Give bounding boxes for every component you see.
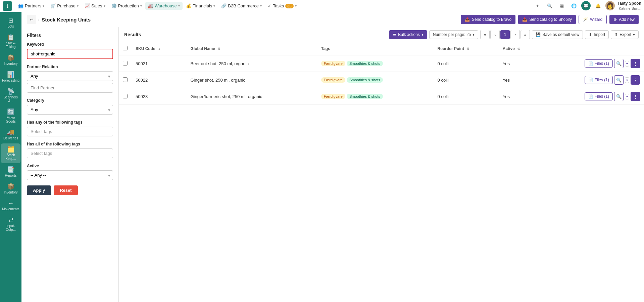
reset-button[interactable]: Reset	[54, 185, 78, 195]
barcode-button[interactable]: ▦	[557, 1, 566, 10]
has-any-tags-input[interactable]: Select tags	[27, 127, 113, 136]
import-icon: ⬇	[589, 32, 592, 37]
apply-button[interactable]: Apply	[27, 185, 51, 195]
filter-actions: Apply Reset	[27, 185, 113, 195]
chevron-down-icon: ▾	[104, 4, 105, 8]
sku-code-column-header[interactable]: SKU Code ▲	[132, 42, 187, 55]
has-all-tags-input[interactable]: Select tags	[27, 148, 113, 158]
row-search-button[interactable]: 🔍	[614, 75, 624, 85]
bulk-actions-button[interactable]: ☰ Bulk actions ▾	[389, 30, 427, 39]
back-button[interactable]: ↩	[27, 15, 36, 24]
keyword-input[interactable]	[27, 49, 113, 59]
row-menu-button[interactable]: ⋮	[631, 75, 640, 85]
row-search-button[interactable]: 🔍	[614, 59, 624, 68]
sidebar-item-forecasting[interactable]: 📊 Forecasting	[1, 69, 20, 85]
find-partner-input[interactable]	[27, 83, 113, 93]
files-button[interactable]: 📄 Files (1)	[585, 92, 613, 100]
menu-icon: ⋮	[633, 78, 638, 83]
chevron-down-icon: ▾	[43, 4, 44, 8]
nav-financials[interactable]: 💰 Financials ▾	[183, 2, 218, 10]
top-navigation: t 👥 Partners ▾ 🛒 Purchase ▾ 📈 Sales ▾ ⚙️…	[0, 0, 644, 12]
search-chevron[interactable]: ▾	[625, 61, 629, 67]
user-name: Tasty Spoon	[617, 1, 641, 6]
search-button[interactable]: 🔍	[545, 1, 554, 10]
files-button[interactable]: 📄 Files (1)	[585, 76, 613, 84]
tags-cell: FærdigvareSmoothies & shots	[317, 88, 434, 105]
financials-icon: 💰	[186, 3, 191, 8]
inventory-icon: 📦	[7, 55, 14, 61]
partner-relation-select[interactable]: Any	[27, 71, 113, 81]
tasks-badge: 36	[285, 4, 293, 8]
sidebar-item-move-goods[interactable]: 🔄 Move Goods	[1, 106, 20, 126]
tag-badge: Smoothies & shots	[347, 77, 383, 83]
nav-partners[interactable]: 👥 Partners ▾	[15, 2, 47, 10]
notifications-button[interactable]: 🔔	[593, 1, 603, 10]
globe-button[interactable]: 🌐	[569, 1, 579, 10]
import-button[interactable]: ⬇ Import	[585, 30, 609, 39]
category-select[interactable]: Any	[27, 105, 113, 115]
nav-purchase[interactable]: 🛒 Purchase ▾	[48, 2, 81, 10]
sidebar-item-lots[interactable]: ⊞ Lots	[1, 15, 20, 31]
stock-keep-icon: 🗂️	[7, 146, 14, 152]
sidebar-item-inventory2[interactable]: 📦 Inventory	[1, 181, 20, 197]
prev-page-button[interactable]: ‹	[490, 30, 500, 39]
menu-icon: ⋮	[633, 61, 638, 66]
sales-icon: 📈	[85, 3, 90, 8]
active-select[interactable]: -- Any -- Yes No	[27, 170, 113, 180]
nav-tasks[interactable]: ✓ Tasks 36 ▾	[265, 2, 299, 10]
sidebar-item-stock-keep[interactable]: 🗂️ Stock Keep...	[1, 143, 20, 163]
table-row: 50022 Ginger shot, 250 ml, organic Færdi…	[119, 72, 644, 88]
row-actions: 📄 Files (1) 🔍 ▾ ⋮	[544, 75, 640, 85]
row-checkbox[interactable]	[123, 77, 128, 82]
move-goods-icon: 🔄	[7, 109, 14, 115]
sidebar-item-stock-taking[interactable]: 📋 Stock-Taking	[1, 32, 20, 51]
files-icon: 📄	[588, 78, 593, 82]
number-per-page-button[interactable]: Number per page: 25 ▾	[429, 30, 478, 39]
lots-icon: ⊞	[8, 17, 13, 24]
reorder-point-column-header[interactable]: Reorder Point ⇅	[434, 42, 499, 55]
send-catalog-bravo-button[interactable]: 📤 Send catalog to Bravo	[461, 15, 515, 24]
row-checkbox[interactable]	[123, 94, 128, 98]
nav-production[interactable]: ⚙️ Production ▾	[109, 2, 145, 10]
files-button[interactable]: 📄 Files (1)	[585, 59, 613, 68]
wizard-button[interactable]: 🪄 Wizard	[579, 15, 607, 24]
row-menu-button[interactable]: ⋮	[631, 92, 640, 101]
add-button[interactable]: ＋	[533, 1, 542, 10]
add-new-button[interactable]: ⊕ Add new	[609, 15, 639, 24]
save-default-view-button[interactable]: 💾 Save as default view	[532, 30, 583, 39]
breadcrumb: ↩ › Stock Keeping Units	[27, 15, 91, 24]
tag-badge: Færdigvare	[321, 94, 345, 99]
sidebar-item-reports[interactable]: 📑 Reports	[1, 164, 20, 180]
next-page-button[interactable]: ›	[510, 30, 520, 39]
export-button[interactable]: ⬆ Export ▾	[611, 30, 639, 39]
select-all-checkbox[interactable]	[123, 46, 128, 50]
row-search-button[interactable]: 🔍	[614, 92, 624, 101]
stock-taking-icon: 📋	[7, 34, 14, 40]
nav-b2b[interactable]: 🔗 B2B Commerce ▾	[218, 2, 264, 10]
prev-prev-page-button[interactable]: «	[480, 30, 490, 39]
sidebar-item-inventory[interactable]: 📦 Inventory	[1, 52, 20, 68]
active-column-header[interactable]: Active ⇅	[499, 42, 540, 55]
category-label: Category	[27, 98, 113, 103]
global-name-column-header[interactable]: Global Name ⇅	[187, 42, 317, 55]
search-chevron[interactable]: ▾	[625, 94, 629, 99]
send-catalog-shopify-button[interactable]: 📤 Send catalog to Shopify	[518, 15, 576, 24]
nav-sales[interactable]: 📈 Sales ▾	[82, 2, 108, 10]
row-menu-button[interactable]: ⋮	[631, 59, 640, 68]
app-logo: t	[3, 1, 12, 11]
sub-header: ↩ › Stock Keeping Units 📤 Send catalog t…	[21, 12, 644, 27]
sidebar-item-input-output[interactable]: ⇄ Input-Outp...	[1, 214, 20, 234]
nav-warehouse[interactable]: 🏭 Warehouse ▾	[145, 2, 183, 10]
row-checkbox[interactable]	[123, 61, 128, 66]
filter-panel: Filters Keyword Partner Relation Any ▾	[21, 27, 119, 302]
sidebar-item-scanners[interactable]: 📡 Scanners &...	[1, 86, 20, 105]
chat-button[interactable]: 💬	[581, 1, 591, 10]
results-panel: Results ☰ Bulk actions ▾ Number per page…	[119, 27, 644, 302]
search-chevron[interactable]: ▾	[625, 77, 629, 83]
reorder-point-cell: 0 colli	[434, 55, 499, 72]
next-next-page-button[interactable]: »	[521, 30, 530, 39]
sidebar-item-deliveries[interactable]: 🚚 Deliveries	[1, 127, 20, 143]
search-icon: 🔍	[616, 78, 622, 83]
sidebar-item-movements[interactable]: ↔️ Movements	[1, 198, 20, 214]
deliveries-icon: 🚚	[7, 129, 14, 135]
